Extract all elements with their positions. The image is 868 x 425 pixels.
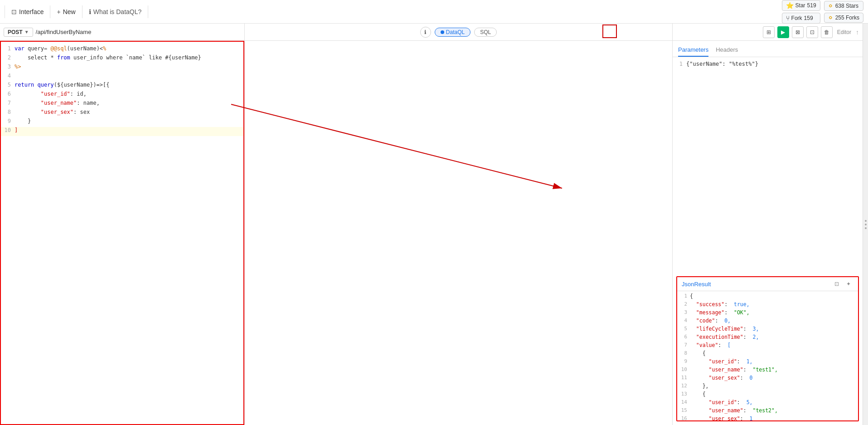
result-line-text: "user_name": "test1",: [690, 366, 778, 373]
result-line-number: 12: [677, 383, 690, 389]
fork-button[interactable]: ⑂ Fork 159: [782, 13, 820, 24]
center-toolbar: ℹ DataQL SQL: [245, 24, 672, 41]
line-number: 10: [1, 127, 15, 133]
code-line-10: 10]: [1, 127, 243, 136]
line-text: "user_name": name,: [15, 100, 243, 106]
code-line-5: 5return query(${userName})=>[{: [1, 82, 243, 91]
nav-left: ⊡ Interface + New ℹ What is DataQL?: [5, 5, 148, 18]
line-text: "user_sex": sex: [15, 109, 243, 115]
star-button[interactable]: ⭐ Star 519: [782, 0, 820, 11]
code-line-1: 1var query= @@sql(userName)<%: [1, 45, 243, 54]
result-line: 10 "user_name": "test1",: [677, 366, 858, 375]
result-line: 6 "executionTime": 2,: [677, 334, 858, 342]
nav-interface[interactable]: ⊡ Interface: [5, 5, 50, 18]
line-number: 1: [1, 45, 15, 52]
result-expand-btn[interactable]: ✦: [844, 279, 853, 289]
result-line: 9 "user_id": 1,: [677, 358, 858, 366]
method-select[interactable]: POST ▼: [4, 28, 33, 37]
top-nav: ⊡ Interface + New ℹ What is DataQL? ⭐ St…: [0, 0, 868, 24]
tab-parameters[interactable]: Parameters: [678, 46, 708, 57]
what-label: What is DataQL?: [93, 8, 142, 15]
nav-what[interactable]: ℹ What is DataQL?: [82, 5, 149, 18]
result-line: 15 "user_name": "test2",: [677, 407, 858, 415]
result-line-number: 15: [677, 407, 690, 413]
badges-group: ⭘ 638 Stars ⭘ 255 Forks: [824, 1, 863, 23]
github-icon: ⭐: [786, 2, 794, 9]
line-number: 5: [1, 82, 15, 88]
edge-dot-3: [865, 227, 867, 229]
line-text: "user_id": id,: [15, 91, 243, 97]
github-group: ⭐ Star 519 ⑂ Fork 159: [782, 0, 820, 24]
share-icon-btn[interactable]: ⊡: [806, 26, 818, 38]
code-line-2: 2 select * from user_info where `name` l…: [1, 54, 243, 64]
result-line-text: {: [690, 293, 693, 299]
result-line-number: 13: [677, 391, 690, 397]
result-line: 4 "code": 0,: [677, 318, 858, 326]
result-line-text: "user_name": "test2",: [690, 407, 778, 414]
dataql-dot: [441, 30, 444, 34]
code-editor[interactable]: 1var query= @@sql(userName)<%2 select * …: [0, 41, 244, 425]
result-line-text: "code": 0,: [690, 318, 731, 324]
result-header: JsonResult ⊡ ✦: [677, 277, 858, 291]
tab-headers[interactable]: Headers: [716, 46, 738, 57]
result-line-text: },: [690, 383, 709, 389]
result-line-number: 10: [677, 366, 690, 372]
right-panel: ⊞ ▶ ⊠ ⊡ 🗑 Editor ↑ Parameters Headers 1 …: [672, 24, 863, 425]
params-line-text: {"userName": "%test%"}: [686, 61, 758, 67]
plus-icon: +: [57, 8, 60, 15]
line-text: select * from user_info where `name` lik…: [15, 54, 243, 61]
result-line: 14 "user_id": 5,: [677, 399, 858, 407]
result-line-text: "value": [: [690, 342, 731, 348]
up-arrow-icon: ↑: [856, 29, 859, 36]
info-button[interactable]: ℹ: [420, 27, 431, 38]
result-line-text: "executionTime": 2,: [690, 334, 759, 340]
editor-panel: POST ▼ 1var query= @@sql(userName)<%2 se…: [0, 24, 245, 425]
result-title: JsonResult: [682, 281, 711, 288]
result-line-text: "message": "OK",: [690, 309, 750, 316]
result-line: 1{: [677, 293, 858, 301]
url-input[interactable]: [36, 29, 241, 35]
nav-right: ⭐ Star 519 ⑂ Fork 159 ⭘ 638 Stars ⭘ 255 …: [782, 0, 863, 24]
result-line: 12 },: [677, 383, 858, 391]
main-container: POST ▼ 1var query= @@sql(userName)<%2 se…: [0, 24, 868, 425]
line-number: 6: [1, 91, 15, 97]
result-copy-btn[interactable]: ⊡: [832, 279, 842, 289]
new-label: New: [63, 8, 76, 15]
sql-label: SQL: [480, 29, 491, 35]
result-line: 7 "value": [: [677, 342, 858, 350]
delete-icon-btn[interactable]: 🗑: [821, 26, 833, 38]
line-number: 7: [1, 100, 15, 106]
result-line-number: 4: [677, 318, 690, 323]
star-label: Star: [795, 2, 805, 9]
editor-label: Editor: [837, 29, 851, 35]
code-line-8: 8 "user_sex": sex: [1, 109, 243, 118]
line-number: 9: [1, 118, 15, 124]
params-line-num: 1: [673, 61, 686, 67]
dataql-tab[interactable]: DataQL: [435, 28, 470, 37]
bookmark-icon-btn[interactable]: ⊠: [792, 26, 804, 38]
result-content: 1{2 "success": true,3 "message": "OK",4 …: [677, 291, 858, 420]
right-edge-bar[interactable]: [863, 24, 868, 425]
result-line-number: 1: [677, 293, 690, 299]
fork-count: 159: [804, 15, 813, 21]
result-line-number: 7: [677, 342, 690, 348]
result-line-text: "user_id": 1,: [690, 358, 753, 365]
interface-label: Interface: [19, 8, 44, 15]
stars-badge-label: 638 Stars: [835, 3, 858, 9]
method-caret: ▼: [24, 29, 29, 34]
result-line-number: 9: [677, 358, 690, 364]
sql-tab[interactable]: SQL: [474, 28, 497, 37]
line-text: return query(${userName})=>[{: [15, 82, 243, 88]
result-line-text: "user_sex": 0: [690, 375, 753, 381]
nav-new[interactable]: + New: [50, 5, 82, 18]
code-line-7: 7 "user_name": name,: [1, 100, 243, 109]
run-icon-btn[interactable]: ▶: [777, 26, 789, 38]
result-line: 8 {: [677, 350, 858, 358]
editor-toolbar: POST ▼: [0, 24, 244, 41]
result-panel: JsonResult ⊡ ✦ 1{2 "success": true,3 "me…: [676, 276, 859, 421]
result-line-text: {: [690, 350, 706, 357]
result-line-number: 5: [677, 326, 690, 332]
code-line-9: 9 }: [1, 118, 243, 127]
center-main: [245, 41, 672, 425]
save-icon-btn[interactable]: ⊞: [763, 26, 775, 38]
